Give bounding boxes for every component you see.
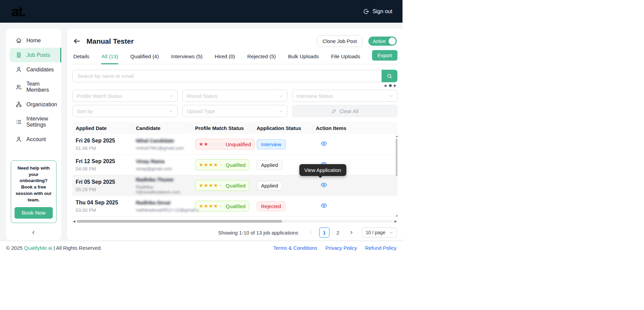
scroll-up-icon[interactable]: ▲ <box>395 135 397 138</box>
title-row: Manual Tester Clone Job Post Active <box>72 33 398 48</box>
star-icon: ☆ <box>209 141 213 147</box>
clone-job-post-button[interactable]: Clone Job Post <box>317 35 362 47</box>
view-application-button[interactable] <box>321 182 327 188</box>
sign-out-button[interactable]: Sign out <box>363 8 392 15</box>
footer-link-refund-policy[interactable]: Refund Policy <box>365 245 396 251</box>
scroll-right-icon[interactable]: ▶ <box>394 220 397 223</box>
clear-all-label: Clear All <box>340 108 359 114</box>
interview-status-select[interactable]: Interview Status <box>292 90 397 102</box>
page-button-2[interactable]: 2 <box>333 227 343 238</box>
tab-hired-0[interactable]: Hired (0) <box>214 50 235 64</box>
sidebar-item-interview-settings[interactable]: Interview Settings <box>6 112 61 132</box>
scroll-left-icon[interactable]: ◀ <box>73 220 75 223</box>
star-rating: ★★☆☆☆ <box>199 141 223 147</box>
applied-date-cell: Fri 12 Sep 202504:08 PM <box>72 158 133 172</box>
candidate-cell: Radhika Desairadhikadesai0912+12@gmail.c <box>133 200 192 213</box>
tab-rejected-5[interactable]: Rejected (5) <box>247 50 276 64</box>
back-arrow-icon[interactable] <box>73 37 81 45</box>
round-status-select[interactable]: Round Status <box>182 90 288 102</box>
column-header-profile-match-status: Profile Match Status <box>192 122 253 134</box>
book-now-button[interactable]: Book Now <box>15 207 53 219</box>
sidebar-item-account[interactable]: Account <box>6 132 61 147</box>
search-input[interactable] <box>72 70 382 82</box>
chevron-down-icon <box>279 94 283 98</box>
footer: © 2025 QualifyMe.ai | All Rights Reserve… <box>0 241 402 254</box>
sidebar-item-label: Candidates <box>26 67 54 73</box>
onboarding-help-box: Need help with your onboarding? Book a f… <box>11 160 56 223</box>
star-icon: ★ <box>209 182 213 188</box>
applied-date-cell: Fri 05 Sep 202505:29 PM <box>72 179 133 192</box>
carousel-next-icon[interactable]: ▶ <box>394 84 397 87</box>
table-row: Thu 04 Sep 202503:00 PMRadhika Desairadh… <box>72 196 398 217</box>
prev-page-button[interactable] <box>306 227 316 238</box>
org-chart-icon <box>16 101 22 108</box>
vertical-scroll-thumb[interactable] <box>396 138 397 176</box>
sidebar-item-candidates[interactable]: Candidates <box>6 62 61 77</box>
tab-all-13[interactable]: All (13) <box>101 50 118 64</box>
application-status-badge: Applied <box>257 181 282 191</box>
star-icon: ★ <box>204 182 208 188</box>
toggle-knob <box>389 38 396 45</box>
export-button[interactable]: Export <box>372 50 397 61</box>
logout-icon <box>363 8 369 15</box>
view-application-button[interactable] <box>321 140 327 147</box>
sort-by-select[interactable]: Sort by <box>72 105 178 117</box>
page-size-select[interactable]: 10 / page <box>362 227 397 238</box>
page-button-1[interactable]: 1 <box>319 227 329 238</box>
star-icon: ★ <box>209 162 213 168</box>
person-icon <box>16 136 22 142</box>
application-status-cell: Interview <box>253 139 313 149</box>
tab-bulk-uploads[interactable]: Bulk Uploads <box>288 50 319 64</box>
applied-date: Fri 26 Sep 2025 <box>76 138 133 144</box>
carousel-dot-icon[interactable] <box>389 84 392 87</box>
tab-details[interactable]: Details <box>73 50 90 64</box>
tab-interviews-5[interactable]: Interviews (5) <box>171 50 203 64</box>
view-application-button[interactable] <box>321 202 327 209</box>
star-icon: ★ <box>213 182 218 188</box>
applied-time: 03:00 PM <box>76 207 133 213</box>
candidate-cell: Radhika ThumeRadhika-0@avadhutatech.com <box>133 177 192 195</box>
scroll-down-icon[interactable]: ▼ <box>395 215 397 218</box>
page-size-value: 10 / page <box>366 230 385 235</box>
sort-by-placeholder: Sort by <box>77 108 93 114</box>
tab-qualified-4[interactable]: Qualified (4) <box>130 50 159 64</box>
chevron-down-icon <box>279 109 283 113</box>
profile-match-status-select[interactable]: Profile Match Status <box>72 90 178 102</box>
carousel-prev-icon[interactable]: ◀ <box>384 84 387 87</box>
home-icon <box>16 37 22 44</box>
horizontal-scroll-thumb[interactable] <box>77 220 282 223</box>
sidebar-collapse-button[interactable] <box>6 227 61 238</box>
horizontal-scrollbar[interactable]: ◀ ▶ <box>72 219 398 223</box>
sidebar-spacer <box>6 147 61 160</box>
active-toggle[interactable]: Active <box>368 37 397 46</box>
clear-all-button[interactable]: Clear All <box>292 105 397 117</box>
footer-link-terms-conditions[interactable]: Terms & Conditions <box>273 245 317 251</box>
star-icon: ★ <box>204 162 208 168</box>
column-header-application-status: Application Status <box>253 122 313 134</box>
upload-type-select[interactable]: Upload Type <box>182 105 288 117</box>
sidebar-item-team-members[interactable]: Team Members <box>6 77 61 97</box>
job-post-panel: Manual Tester Clone Job Post Active Deta… <box>67 28 403 240</box>
brand-link[interactable]: QualifyMe.ai <box>24 245 52 251</box>
tab-file-uploads[interactable]: File Uploads <box>331 50 361 64</box>
list-icon <box>16 119 22 125</box>
page-items: 12 <box>319 227 343 238</box>
star-icon: ★ <box>199 182 204 188</box>
vertical-scrollbar[interactable]: ▲ ▼ <box>395 134 397 218</box>
profile-match-cell: ★★★★☆Qualified <box>192 159 253 170</box>
job-posts-icon <box>16 52 22 58</box>
footer-link-privacy-policy[interactable]: Privacy Policy <box>325 245 357 251</box>
action-items-cell <box>313 182 372 190</box>
sidebar-item-home[interactable]: Home <box>6 33 61 48</box>
sidebar-item-job-posts[interactable]: Job Posts <box>9 48 61 62</box>
sidebar-item-organization[interactable]: Organization <box>6 97 61 112</box>
main-area: HomeJob PostsCandidatesTeam MembersOrgan… <box>0 23 402 241</box>
profile-match-label: Qualified <box>226 162 246 168</box>
sidebar-item-label: Home <box>26 38 41 44</box>
people-icon <box>16 84 22 90</box>
column-header-applied-date: Applied Date <box>72 122 133 134</box>
next-page-button[interactable] <box>346 227 356 238</box>
search-button[interactable] <box>382 70 397 82</box>
applications-table: Applied DateCandidateProfile Match Statu… <box>72 122 398 223</box>
candidate-cell: Nihal Candidatennihal7061@gmail.com <box>133 138 192 151</box>
